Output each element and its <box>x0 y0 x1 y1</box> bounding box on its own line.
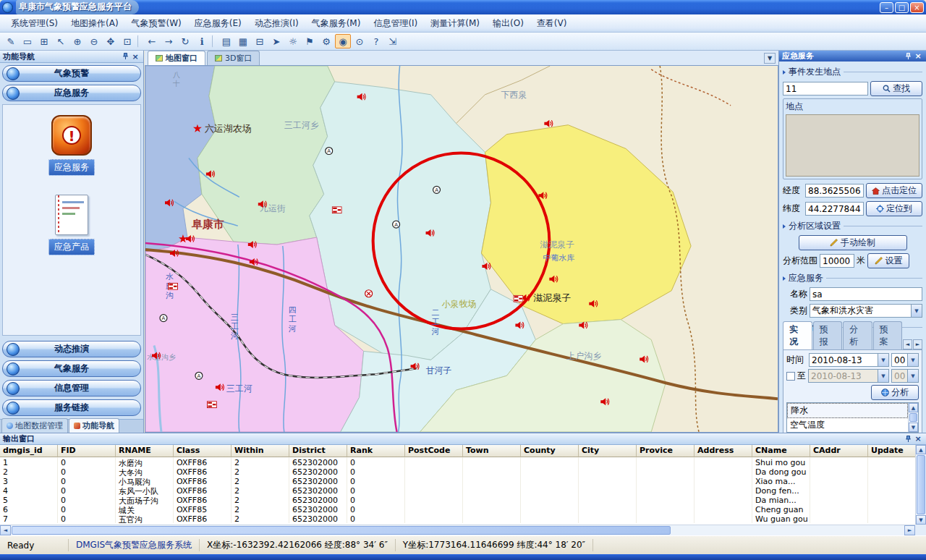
service-name-input[interactable] <box>810 287 922 301</box>
map-viewport[interactable]: A <box>145 65 778 433</box>
menu-item[interactable]: 气象服务(M) <box>305 15 368 32</box>
column-header[interactable]: PostCode <box>405 445 463 457</box>
column-header[interactable]: County <box>521 445 579 457</box>
list-item[interactable]: 空气温度 <box>787 418 908 432</box>
globe-search-icon[interactable]: ◉ <box>335 34 351 48</box>
station-marker[interactable] <box>160 315 167 322</box>
close-button[interactable]: × <box>910 2 924 13</box>
station-marker[interactable] <box>195 372 203 379</box>
output-hscroll[interactable]: ◄ ► <box>0 525 915 535</box>
close-icon[interactable]: × <box>913 434 923 444</box>
table-row[interactable]: 60城关OXFF8526523020000Cheng guan <box>0 504 915 514</box>
click-locate-button[interactable]: 点击定位 <box>866 183 922 198</box>
print-icon[interactable]: ⊟ <box>252 34 268 48</box>
location-search-input[interactable] <box>783 82 868 96</box>
menu-item[interactable]: 输出(O) <box>486 15 530 32</box>
chevron-down-icon[interactable]: ▼ <box>878 370 888 382</box>
select-arrow-icon[interactable]: ➤ <box>268 34 284 48</box>
chevron-down-icon[interactable]: ▼ <box>878 354 888 366</box>
pan-hand-icon[interactable]: ✥ <box>103 34 119 48</box>
scroll-right-icon[interactable]: ► <box>904 525 915 535</box>
panel-tab[interactable]: 功能导航 <box>69 418 119 433</box>
column-header[interactable]: District <box>289 445 347 457</box>
scroll-up-icon[interactable]: ▲ <box>909 403 918 412</box>
manual-draw-button[interactable]: 手动绘制 <box>799 235 907 250</box>
menu-item[interactable]: 测量计算(M) <box>424 15 486 32</box>
nav-button[interactable]: 动态推演 <box>2 341 141 357</box>
search-button[interactable]: 查找 <box>870 81 922 96</box>
end-date-select[interactable]: 2010-08-13 ▼ <box>808 369 889 383</box>
column-header[interactable]: Town <box>463 445 521 457</box>
table-row[interactable]: 50大面场子沟OXFF8626523020000Da mian... <box>0 495 915 504</box>
tab-scroll-left-icon[interactable]: ◄ <box>903 339 912 349</box>
eye-icon[interactable]: ⊙ <box>352 34 368 48</box>
layers-icon[interactable]: ▤ <box>218 34 234 48</box>
chevron-down-icon[interactable]: ▼ <box>907 354 918 366</box>
select-rect-icon[interactable]: ▭ <box>20 34 35 48</box>
shortcut-emergency-service[interactable]: ! 应急服务 <box>48 115 95 176</box>
analysis-tab[interactable]: 预案 <box>873 321 903 349</box>
station-marker[interactable] <box>326 148 333 155</box>
shortcut-emergency-product[interactable]: 应急产品 <box>48 195 95 255</box>
image-export-icon[interactable]: ▦ <box>235 34 251 48</box>
column-header[interactable]: RNAME <box>116 445 174 457</box>
pointer-icon[interactable]: ↖ <box>53 34 69 48</box>
flag-marker[interactable] <box>168 283 177 289</box>
pin-icon[interactable] <box>903 434 913 444</box>
table-row[interactable]: 20大冬沟OXFF8626523020000Da dong gou <box>0 467 915 476</box>
menu-item[interactable]: 地图操作(A) <box>64 15 125 32</box>
station-marker[interactable] <box>393 221 400 228</box>
map-tab[interactable]: 地图窗口 <box>148 51 205 65</box>
next-view-icon[interactable]: → <box>161 34 177 48</box>
column-header[interactable]: CAddr <box>810 445 868 457</box>
map-tab[interactable]: 3D窗口 <box>207 51 260 65</box>
pin-icon[interactable] <box>120 52 130 61</box>
station-marker[interactable] <box>433 186 441 193</box>
to-checkbox[interactable] <box>786 372 795 381</box>
locate-to-button[interactable]: 定位到 <box>866 201 922 216</box>
bulb-icon[interactable]: ☼ <box>285 34 301 48</box>
output-vscroll[interactable]: ▲ ▼ <box>915 445 926 525</box>
scroll-left-icon[interactable]: ◄ <box>0 525 11 535</box>
scroll-down-icon[interactable]: ▼ <box>916 515 926 525</box>
column-header[interactable]: City <box>579 445 637 457</box>
refresh-icon[interactable]: ↻ <box>177 34 193 48</box>
service-type-select[interactable]: 气象和洪水灾害 ▼ <box>810 304 922 318</box>
full-extent-icon[interactable]: ⊡ <box>119 34 135 48</box>
nav-button[interactable]: 信息管理 <box>2 380 141 396</box>
table-row[interactable]: 10水磨沟OXFF8626523020000Shui mo gou <box>0 457 915 467</box>
flag-marker[interactable] <box>514 295 523 302</box>
close-icon[interactable]: × <box>913 51 923 61</box>
column-header[interactable]: CName <box>752 445 810 457</box>
menu-item[interactable]: 查看(V) <box>530 15 574 32</box>
start-hour-select[interactable]: 00 ▼ <box>891 353 919 367</box>
chevron-down-icon[interactable]: ▼ <box>907 370 918 382</box>
help-icon[interactable]: ? <box>368 34 384 48</box>
panel-tab[interactable]: 地图数据管理 <box>1 418 68 433</box>
latitude-input[interactable] <box>805 202 864 216</box>
scroll-up-icon[interactable]: ▲ <box>916 445 926 454</box>
list-item[interactable]: 降水 <box>787 403 908 418</box>
set-range-button[interactable]: 设置 <box>867 253 909 268</box>
close-icon[interactable]: × <box>130 52 140 61</box>
nav-button[interactable]: 气象服务 <box>2 360 141 377</box>
station-marker-red[interactable] <box>365 290 373 297</box>
menu-item[interactable]: 信息管理(I) <box>367 15 424 32</box>
flag-marker[interactable] <box>332 207 341 213</box>
start-date-select[interactable]: 2010-08-13 ▼ <box>809 353 889 367</box>
menu-item[interactable]: 动态推演(I) <box>248 15 305 32</box>
nav-button[interactable]: 应急服务 <box>2 85 141 101</box>
column-header[interactable]: Provice <box>637 445 694 457</box>
column-header[interactable]: FID <box>58 445 116 457</box>
flag-tool-icon[interactable]: ⚑ <box>302 34 318 48</box>
select-add-icon[interactable]: ⊞ <box>36 34 52 48</box>
table-row[interactable]: 30小马厩沟OXFF8626523020000Xiao ma... <box>0 476 915 485</box>
column-header[interactable]: Update <box>868 445 915 457</box>
analysis-tab[interactable]: 分析 <box>843 321 872 349</box>
analysis-tab[interactable]: 预报 <box>813 321 843 349</box>
table-row[interactable]: 70五官沟OXFF8626523020000Wu guan gou <box>0 514 915 523</box>
nav-button[interactable]: 气象预警 <box>2 65 141 82</box>
column-header[interactable]: Address <box>694 445 752 457</box>
analysis-tab[interactable]: 实况 <box>783 321 812 349</box>
analysis-range-input[interactable] <box>820 254 854 268</box>
